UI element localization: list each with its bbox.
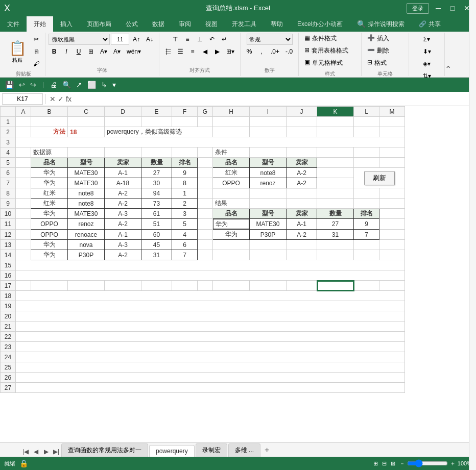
cell-b8[interactable]: 红米: [31, 188, 68, 199]
cell-m4[interactable]: [379, 147, 405, 158]
view-normal-icon[interactable]: ⊞: [373, 460, 378, 467]
cell-d14[interactable]: A-2: [105, 250, 141, 260]
cell-l13[interactable]: [354, 240, 379, 250]
cell-d6[interactable]: A-1: [105, 168, 141, 178]
format-painter-button[interactable]: 🖌: [31, 58, 42, 69]
align-right-button[interactable]: ≡: [187, 46, 198, 57]
tab-view[interactable]: 视图: [198, 16, 225, 32]
cell-a17[interactable]: [16, 281, 31, 291]
cell-b7[interactable]: 华为: [31, 178, 68, 188]
cell-m9[interactable]: [379, 199, 405, 209]
cell-c10[interactable]: MATE30: [68, 209, 105, 219]
save-qa-button[interactable]: 💾: [4, 80, 15, 90]
cell-a10[interactable]: [16, 209, 31, 219]
col-header-i[interactable]: I: [250, 107, 287, 117]
cell-d11[interactable]: A-2: [105, 219, 141, 230]
increase-font-button[interactable]: A↑: [130, 34, 142, 45]
cell-i6[interactable]: note8: [250, 168, 287, 178]
cell-g1[interactable]: [198, 117, 213, 127]
sum-button[interactable]: Σ▾: [421, 34, 433, 45]
cell-l8[interactable]: [354, 188, 379, 199]
cell-a16[interactable]: [16, 270, 405, 281]
border-button[interactable]: ⊞: [85, 46, 97, 57]
qa-extra1[interactable]: 🖨: [49, 80, 58, 90]
cell-g6[interactable]: [198, 168, 213, 178]
cell-h6[interactable]: 红米: [213, 168, 250, 178]
cell-j7[interactable]: A-2: [287, 178, 317, 188]
cell-d17[interactable]: [105, 281, 141, 291]
cell-m14[interactable]: [379, 250, 405, 260]
cell-a13[interactable]: [16, 240, 31, 250]
cell-a22[interactable]: [16, 332, 405, 342]
cell-k13[interactable]: [317, 240, 354, 250]
maximize-button[interactable]: □: [447, 3, 458, 13]
col-header-c[interactable]: C: [68, 107, 105, 117]
cell-i11[interactable]: MATE30: [250, 219, 287, 230]
cell-m12[interactable]: [379, 230, 405, 240]
cell-f1[interactable]: [172, 117, 198, 127]
cell-m11[interactable]: [379, 219, 405, 230]
cell-i5[interactable]: 型号: [250, 158, 287, 168]
cell-c6[interactable]: MATE30: [68, 168, 105, 178]
cell-m10[interactable]: [379, 209, 405, 219]
wenyuan-button[interactable]: wén▾: [124, 46, 144, 57]
cell-c5[interactable]: 型号: [68, 158, 105, 168]
align-left-button[interactable]: ⬱: [162, 46, 174, 57]
cell-c14[interactable]: P30P: [68, 250, 105, 260]
cell-b9[interactable]: 红米: [31, 199, 68, 209]
cell-h10[interactable]: 品名: [213, 209, 250, 219]
cell-i13[interactable]: [250, 240, 287, 250]
cell-a1[interactable]: [16, 117, 31, 127]
cell-h9[interactable]: 结果: [213, 199, 250, 209]
cell-a21[interactable]: [16, 321, 405, 332]
cell-l1[interactable]: [354, 117, 379, 127]
cell-d1[interactable]: [105, 117, 141, 127]
cell-a23[interactable]: [16, 342, 405, 352]
cell-b1[interactable]: [31, 117, 68, 127]
comma-button[interactable]: ,: [256, 46, 267, 57]
tab-nav-prev[interactable]: ◀: [31, 447, 41, 457]
cell-a27[interactable]: [16, 383, 405, 393]
cell-a8[interactable]: [16, 188, 31, 199]
align-middle-button[interactable]: ≡: [182, 34, 193, 45]
cell-a24[interactable]: [16, 352, 405, 362]
cell-i14[interactable]: [250, 250, 287, 260]
cell-k5[interactable]: [317, 158, 354, 168]
increase-decimal-button[interactable]: .0+: [268, 46, 282, 57]
cell-e17[interactable]: [141, 281, 172, 291]
cell-i12[interactable]: P30P: [250, 230, 287, 240]
cell-k4[interactable]: [317, 147, 354, 158]
cell-b2[interactable]: 方法: [31, 127, 68, 137]
cell-f12[interactable]: 4: [172, 230, 198, 240]
col-header-m[interactable]: M: [379, 107, 405, 117]
align-center-button[interactable]: ☰: [175, 46, 186, 57]
cell-a2[interactable]: [16, 127, 31, 137]
cell-h11[interactable]: 华为: [213, 219, 249, 229]
cell-g8[interactable]: [198, 188, 213, 199]
cell-a26[interactable]: [16, 373, 405, 383]
cell-i1[interactable]: [250, 117, 287, 127]
cell-l12[interactable]: 7: [354, 230, 379, 240]
cell-a4[interactable]: [16, 147, 31, 158]
align-bottom-button[interactable]: ⊥: [194, 34, 205, 45]
tab-nav-first[interactable]: |◀: [20, 447, 31, 457]
tab-help[interactable]: 帮助: [264, 16, 290, 32]
cancel-formula-button[interactable]: ✕: [50, 95, 56, 103]
cell-h2[interactable]: [213, 127, 250, 137]
cell-a12[interactable]: [16, 230, 31, 240]
sheet-tab-1[interactable]: 查询函数的常规用法多对一: [61, 443, 148, 457]
tab-nav-next[interactable]: ▶: [41, 447, 51, 457]
add-sheet-button[interactable]: +: [261, 446, 272, 455]
cell-j1[interactable]: [287, 117, 317, 127]
cell-b17[interactable]: [31, 281, 68, 291]
cell-g11[interactable]: [198, 219, 213, 230]
cell-d12[interactable]: A-1: [105, 230, 141, 240]
col-header-f[interactable]: F: [172, 107, 198, 117]
cell-g7[interactable]: [198, 178, 213, 188]
cell-j6[interactable]: A-2: [287, 168, 317, 178]
cell-j10[interactable]: 卖家: [287, 209, 317, 219]
tab-nav-last[interactable]: ▶|: [51, 447, 61, 457]
cell-c1[interactable]: [68, 117, 105, 127]
cell-c7[interactable]: MATE30: [68, 178, 105, 188]
cell-k8[interactable]: [317, 188, 354, 199]
